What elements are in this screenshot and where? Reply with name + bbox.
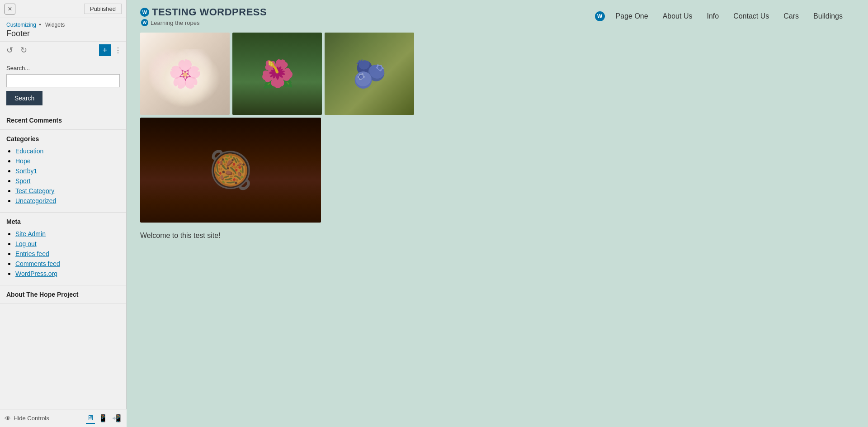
redo-button[interactable]: ↻ [19,44,29,56]
customizer-panel: × Published Customizing • Widgets Footer… [0,0,127,427]
list-item: Education [15,147,120,155]
meta-widget: Meta Site Admin Log out Entries feed Com… [0,213,126,285]
tablet-icon: 📱 [99,414,108,422]
list-item: Sport [15,177,120,185]
nav-wp-icon: W [595,11,605,21]
category-link[interactable]: Sortby1 [15,167,37,175]
gallery-image-flowers[interactable] [140,33,230,115]
category-link[interactable]: Test Category [15,187,54,195]
nav-item-contact-us[interactable]: Contact Us [726,9,776,24]
desktop-icon: 🖥 [87,414,94,422]
category-link[interactable]: Sport [15,177,30,185]
panel-topbar: × Published [0,0,126,18]
search-input[interactable] [6,74,120,87]
categories-title: Categories [6,135,120,142]
panel-bottom: 👁 Hide Controls 🖥 📱 📲 [0,409,127,427]
recent-comments-widget: Recent Comments [0,111,126,130]
mobile-view-button[interactable]: 📲 [111,413,122,424]
meta-link[interactable]: Entries feed [15,250,49,257]
list-item: Uncategorized [15,197,120,205]
categories-list: Education Hope Sortby1 Sport Test Catego… [6,147,120,205]
search-label: Search... [6,65,120,71]
main-content: W TESTING WORDPRESS W Learning the ropes… [127,0,868,427]
meta-link[interactable]: Comments feed [15,260,60,267]
meta-link[interactable]: WordPress.org [15,270,57,277]
category-link[interactable]: Uncategorized [15,197,56,204]
site-tagline: W Learning the ropes [140,19,267,26]
meta-title: Meta [6,218,120,225]
meta-link[interactable]: Site Admin [15,230,46,237]
more-options-button[interactable]: ⋮ [114,46,122,55]
list-item: Sortby1 [15,167,120,175]
add-widget-button[interactable]: + [99,44,111,56]
gallery-image-cooking[interactable] [140,118,321,223]
nav-item-about-us[interactable]: About Us [656,9,700,24]
list-item: Log out [15,240,120,248]
gallery-image-market[interactable] [325,33,414,115]
list-item: Site Admin [15,230,120,238]
breadcrumb-separator: • [39,22,41,28]
gallery-bottom-row [140,118,854,223]
site-header: W TESTING WORDPRESS W Learning the ropes… [127,0,868,33]
breadcrumb-area: Customizing • Widgets Footer [0,18,126,42]
breadcrumb: Customizing • Widgets [6,22,120,28]
published-button[interactable]: Published [84,4,122,14]
panel-toolbar: ↺ ↻ + ⋮ [0,42,126,59]
list-item: Entries feed [15,250,120,258]
site-brand: W TESTING WORDPRESS W Learning the ropes [140,6,267,26]
site-title: TESTING WORDPRESS [152,6,267,18]
site-navigation: W Page One About Us Info Contact Us Cars… [595,9,850,24]
wordpress-icon: W [140,8,149,17]
category-link[interactable]: Hope [15,157,30,165]
gallery-area [127,33,868,223]
nav-item-page-one[interactable]: Page One [609,9,656,24]
recent-comments-title: Recent Comments [6,117,120,124]
list-item: WordPress.org [15,270,120,278]
undo-button[interactable]: ↺ [5,44,15,56]
mobile-icon: 📲 [112,414,121,422]
list-item: Comments feed [15,260,120,268]
meta-list: Site Admin Log out Entries feed Comments… [6,230,120,278]
close-button[interactable]: × [5,4,15,14]
categories-widget: Categories Education Hope Sortby1 Sport … [0,130,126,213]
view-buttons: 🖥 📱 📲 [86,413,122,424]
category-link[interactable]: Education [15,147,43,155]
panel-title: Footer [6,28,120,38]
desktop-view-button[interactable]: 🖥 [86,413,95,424]
welcome-text: Welcome to this test site! [127,223,868,244]
search-widget: Search... Search [0,59,126,111]
hide-controls-button[interactable]: 👁 Hide Controls [5,415,49,422]
list-item: Hope [15,157,120,165]
search-button[interactable]: Search [6,91,42,105]
nav-item-buildings[interactable]: Buildings [806,9,850,24]
eye-icon: 👁 [5,415,11,422]
nav-item-cars[interactable]: Cars [776,9,806,24]
tablet-view-button[interactable]: 📱 [98,413,108,424]
list-item: Test Category [15,187,120,195]
nav-item-info[interactable]: Info [699,9,726,24]
gallery-image-flower2[interactable] [232,33,322,115]
meta-link[interactable]: Log out [15,240,37,247]
breadcrumb-current: Widgets [45,22,65,28]
tagline-icon: W [141,19,148,26]
about-title: About The Hope Project [6,291,120,298]
gallery-top-row [140,33,854,115]
about-widget: About The Hope Project [0,285,126,304]
hide-controls-label: Hide Controls [14,415,49,422]
breadcrumb-parent[interactable]: Customizing [6,22,36,28]
site-tagline-text: Learning the ropes [151,19,199,26]
site-title-link[interactable]: W TESTING WORDPRESS [140,6,267,18]
